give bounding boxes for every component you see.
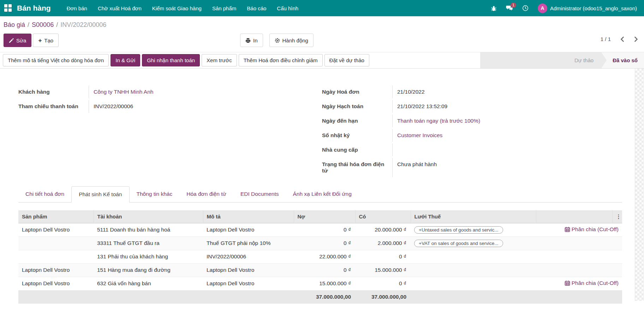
statusbar-button[interactable]: Đặt về dự thảo (324, 54, 369, 66)
statusbar-button[interactable]: Thêm Hoá đơn điều chỉnh giảm (239, 54, 323, 66)
topbar-menu-item-label: Chờ xuất Hoá đơn (98, 5, 142, 11)
cutoff-link[interactable]: Phân chia (Cut-Off) (565, 226, 619, 233)
statusbar-buttons: Thêm mô tả tiếng Việt cho dòng hóa đơnIn… (0, 52, 480, 68)
messages-icon[interactable]: 1 (506, 5, 513, 11)
action-menu-label: Hành động (282, 37, 308, 43)
col-description[interactable]: Mô tả (203, 210, 294, 223)
cell-product (18, 236, 94, 250)
apps-menu-icon[interactable] (4, 4, 12, 12)
journal-item-row[interactable]: 131 Phải thu của khách hàng INV/2022/000… (18, 250, 622, 263)
topbar-menu-item[interactable]: Cấu hình (272, 0, 304, 16)
cell-tax-grid: +Untaxed sales of goods and servic... (411, 223, 536, 236)
cell-credit: 20.000.000 ₫ (355, 223, 411, 236)
breadcrumb-link[interactable]: Báo giá (4, 21, 25, 28)
cell-product: Laptopn Dell Vostro (18, 263, 94, 277)
field-value (393, 144, 397, 150)
total-credit: 37.000.000,00 (355, 290, 411, 304)
calendar-icon (565, 280, 570, 286)
print-button-label: In (253, 37, 258, 43)
statusbar-button[interactable]: In & Gửi (111, 54, 140, 66)
create-button-label: Tạo (44, 37, 53, 43)
pager-value: 1 / 1 (601, 36, 611, 42)
statusbar-button[interactable]: Ghi nhận thanh toán (142, 54, 200, 66)
statusbar-button[interactable]: Xem trước (202, 54, 237, 66)
calendar-icon (565, 227, 570, 232)
app-name[interactable]: Bán hàng (17, 4, 51, 12)
cell-tax-grid: +VAT on sales of goods and service... (411, 236, 536, 250)
field-value[interactable]: Thanh toán ngay (trả trước 100%) (393, 115, 480, 127)
col-blank (536, 210, 612, 223)
edit-button-label: Sửa (16, 37, 26, 43)
notebook-tab[interactable]: Chi tiết hoá đơn (18, 186, 71, 202)
control-panel: Báo giá/S00006/INV/2022/00006 Sửa + Tạo … (0, 16, 644, 47)
field-value: 21/10/2022 (393, 86, 425, 98)
field-value: INV/2022/00006 (89, 100, 133, 113)
topbar-menu-item-label: Báo cáo (247, 5, 266, 11)
action-menu-button[interactable]: Hành động (269, 34, 314, 47)
topbar-menu: Đơn bánChờ xuất Hoá đơnKiểm soát Giao hà… (61, 0, 304, 16)
notebook-tab-label: EDI Documents (240, 191, 279, 197)
breadcrumb-link[interactable]: S00006 (32, 21, 54, 28)
status-step-draft[interactable]: Dự thảo (567, 52, 601, 68)
statusbar: Thêm mô tả tiếng Việt cho dòng hóa đơnIn… (0, 52, 644, 69)
field-value[interactable]: Công ty TNHH Minh Anh (89, 86, 153, 98)
topbar-menu-item[interactable]: Chờ xuất Hoá đơn (93, 0, 147, 16)
tax-tag-pill[interactable]: +Untaxed sales of goods and servic... (414, 226, 503, 234)
cell-account: 131 Phải thu của khách hàng (94, 250, 203, 263)
form-field-row: Ngày đến hạn Thanh toán ngay (trả trước … (322, 115, 626, 129)
debug-bug-icon[interactable] (491, 5, 497, 11)
pager-previous-icon[interactable] (620, 36, 625, 42)
edit-button[interactable]: Sửa (4, 34, 31, 47)
activities-clock-icon[interactable] (522, 5, 529, 11)
notebook-tab[interactable]: Ánh xạ Liên kết Đối ứng (286, 186, 358, 202)
topbar-menu-item[interactable]: Kiểm soát Giao hàng (147, 0, 207, 16)
user-name: Administrator (odoo15_anglo_saxon) (550, 5, 637, 11)
notebook-tab-label: Hóa đơn điện tử (186, 191, 226, 197)
top-navbar: Bán hàng Đơn bánChờ xuất Hoá đơnKiểm soá… (0, 0, 644, 16)
notebook-tab[interactable]: Thông tin khác (130, 186, 180, 202)
field-label: Ngày Hoá đơn (322, 86, 393, 98)
journal-item-row[interactable]: 33311 Thuế GTGT đầu ra Thuế GTGT phải nộ… (18, 236, 622, 250)
journal-item-row[interactable]: Laptopn Dell Vostro 151 Hàng mua đang đi… (18, 263, 622, 277)
cell-cutoff: Phân chia (Cut-Off) (536, 277, 622, 290)
topbar-menu-item[interactable]: Sản phẩm (207, 0, 242, 16)
topbar-menu-item-label: Kiểm soát Giao hàng (152, 5, 202, 11)
cutoff-label: Phân chia (Cut-Off) (572, 226, 619, 233)
pager-next-icon[interactable] (634, 36, 638, 42)
form-field-row: Ngày Hạch toán 21/10/2022 13:52:09 (322, 100, 626, 115)
status-step-posted[interactable]: Đã vào sổ (601, 52, 644, 68)
col-debit[interactable]: Nợ (294, 210, 355, 223)
table-header-row: Sản phẩm Tài khoản Mô tả Nợ Có Lưới Thuế… (18, 210, 622, 223)
col-product[interactable]: Sản phẩm (18, 210, 94, 223)
notebook-tab[interactable]: Phát sinh Kế toán (71, 186, 129, 203)
topbar-menu-item[interactable]: Đơn bán (61, 0, 93, 16)
col-tax-grid[interactable]: Lưới Thuế (411, 210, 536, 223)
topbar-menu-item[interactable]: Báo cáo (242, 0, 272, 16)
create-button[interactable]: + Tạo (33, 34, 59, 47)
cutoff-link[interactable]: Phân chia (Cut-Off) (565, 280, 619, 286)
col-account[interactable]: Tài khoản (94, 210, 203, 223)
cell-product: Laptopn Dell Vostro (18, 277, 94, 290)
cell-tax-grid (411, 277, 536, 290)
pencil-icon (9, 38, 14, 43)
notebook-tab[interactable]: Hóa đơn điện tử (179, 186, 233, 202)
journal-item-row[interactable]: Laptopn Dell Vostro 5111 Doanh thu bán h… (18, 223, 622, 236)
cell-description: INV/2022/00006 (203, 250, 294, 263)
journal-item-row[interactable]: Laptopn Dell Vostro 632 Giá vốn hàng bán… (18, 277, 622, 290)
cell-cutoff: Phân chia (Cut-Off) (536, 223, 622, 236)
cell-debit: 0 ₫ (294, 223, 355, 236)
field-label: Sổ nhật ký (322, 129, 393, 142)
cell-tax-grid (411, 263, 536, 277)
user-menu[interactable]: A Administrator (odoo15_anglo_saxon) (538, 4, 637, 13)
print-button[interactable]: In (240, 34, 263, 47)
statusbar-button-label: Thêm Hoá đơn điều chỉnh giảm (244, 57, 318, 63)
notebook-tab[interactable]: EDI Documents (233, 186, 286, 202)
field-label: Trạng thái hóa đơn điện tử (322, 158, 393, 177)
statusbar-button[interactable]: Thêm mô tả tiếng Việt cho dòng hóa đơn (3, 54, 109, 66)
plus-icon: + (38, 37, 42, 43)
cell-description: Laptopn Dell Vostro (203, 277, 294, 290)
optional-columns-toggle-icon[interactable]: ⋮ (612, 210, 622, 223)
tax-tag-pill[interactable]: +VAT on sales of goods and service... (414, 240, 503, 247)
field-value[interactable]: Customer Invoices (393, 129, 442, 142)
col-credit[interactable]: Có (355, 210, 411, 223)
